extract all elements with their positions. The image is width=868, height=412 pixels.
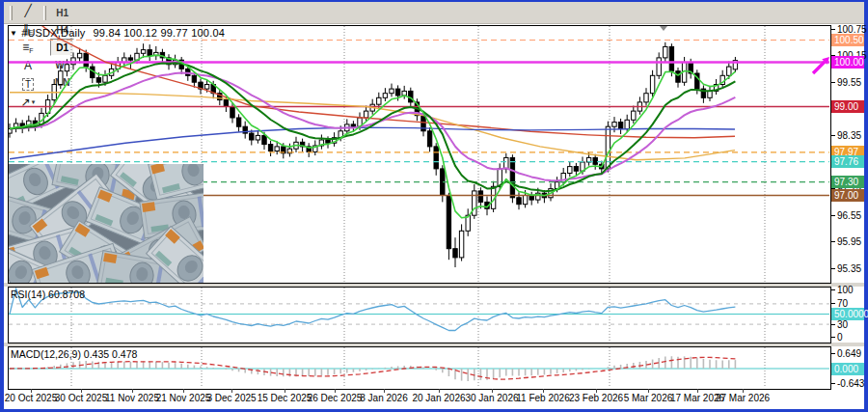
date-label: 30 Oct 2025 — [55, 393, 107, 403]
trading-terminal-window: ↖┼│─╱∥E≡FAT↗▾ M1M5M15M30H1H4D1W1MN ▼#USD… — [0, 0, 868, 412]
macd-tick-low: -0.643 — [837, 378, 864, 389]
date-tick — [183, 389, 184, 393]
date-label: 30 Jan 2026 — [465, 393, 518, 403]
date-label: 27 Mar 2026 — [716, 393, 770, 403]
date-label: 20 Oct 2025 — [5, 393, 57, 403]
macd-tick-high: 0.649 — [837, 348, 861, 359]
date-tick — [132, 389, 133, 393]
price-tick-95.95: 95.95 — [837, 236, 861, 247]
rsi-tag-50: 50.0000 — [831, 308, 864, 320]
timeframe-H1[interactable]: H1 — [50, 4, 74, 21]
date-tick — [31, 389, 32, 393]
date-tick — [439, 389, 440, 393]
rsi-tick-0: 0 — [837, 332, 843, 343]
trendline-icon: ╱ — [24, 5, 31, 16]
toolbar-grip[interactable] — [10, 6, 13, 20]
price-tick-95.35: 95.35 — [837, 263, 861, 274]
price-tick-98.35: 98.35 — [837, 130, 861, 141]
macd-panel[interactable] — [8, 346, 831, 389]
date-tick — [596, 389, 597, 393]
date-label: 23 Feb 2026 — [569, 393, 623, 403]
price-tag-97.76: 97.76 — [831, 155, 864, 168]
price-tick-96.55: 96.55 — [837, 210, 861, 221]
price-tag-99.00: 99.00 — [831, 100, 864, 113]
date-tick — [543, 389, 544, 393]
date-tick — [697, 389, 698, 393]
macd-tag-0: 0.000 — [831, 363, 864, 375]
date-label: 3 Dec 2025 — [206, 393, 256, 403]
rsi-panel[interactable] — [8, 287, 831, 343]
date-tick — [492, 389, 493, 393]
price-tick-99.55: 99.55 — [837, 77, 861, 88]
main-chart-area[interactable] — [8, 25, 831, 283]
toolbar: ↖┼│─╱∥E≡FAT↗▾ M1M5M15M30H1H4D1W1MN — [4, 2, 864, 24]
rsi-tick-100: 100 — [837, 285, 854, 295]
toolbar-grip-2[interactable] — [43, 6, 46, 20]
date-label: 15 Dec 2025 — [258, 393, 312, 403]
date-label: 11 Nov 2025 — [105, 393, 159, 403]
price-tick-100.75: 100.75 — [837, 24, 867, 35]
price-tag-97.30: 97.30 — [831, 176, 864, 188]
date-label: 11 Feb 2026 — [516, 393, 569, 403]
price-tag-97.00: 97.00 — [831, 189, 864, 202]
price-tag-100.00: 100.00 — [831, 56, 864, 69]
date-tick — [743, 389, 744, 393]
date-tick — [81, 389, 82, 393]
date-tick — [648, 389, 649, 393]
date-tick — [384, 389, 385, 393]
rsi-tick-30: 30 — [837, 319, 848, 330]
date-label: 20 Jan 2026 — [412, 393, 465, 403]
date-tick — [231, 389, 232, 393]
date-tick — [285, 389, 285, 393]
date-label: 5 Mar 2026 — [624, 393, 673, 403]
date-label: 21 Nov 2025 — [156, 393, 211, 403]
date-label: 26 Dec 2025 — [308, 393, 363, 403]
date-tick — [335, 389, 336, 393]
price-tag-100.50: 100.50 — [831, 34, 864, 46]
trendline-tool[interactable]: ╱ — [16, 2, 40, 20]
date-label: 8 Jan 2026 — [360, 393, 408, 403]
